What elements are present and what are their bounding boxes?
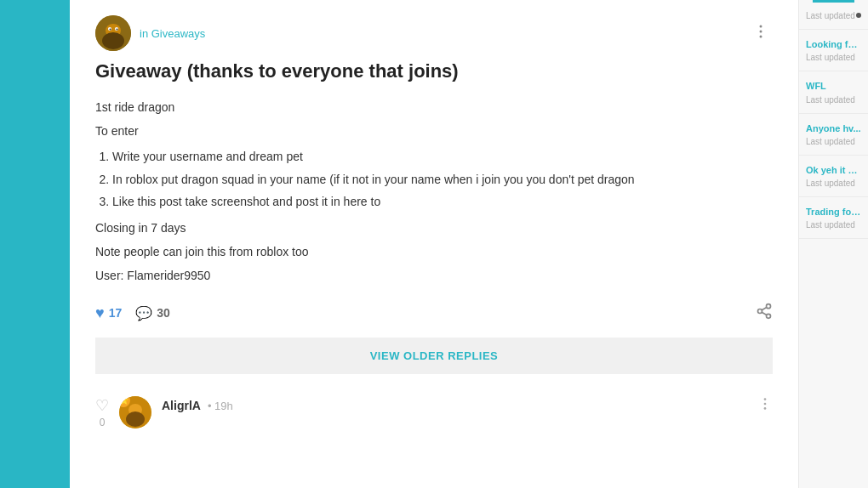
sidebar-thread-sub-0: Last updated: [806, 11, 856, 20]
sidebar-thread-0[interactable]: Last updated: [799, 3, 868, 30]
svg-point-17: [126, 411, 145, 427]
comment-count: 30: [157, 306, 170, 320]
reply-vote: ♡ 0: [95, 396, 109, 428]
sidebar-thread-1[interactable]: Looking fo... Last updated: [799, 30, 868, 71]
post-category[interactable]: in Giveaways: [140, 27, 205, 40]
sidebar-thread-title-4: Ok yeh it w...: [806, 164, 861, 176]
reply-info: AligrlA • 19h: [162, 396, 773, 416]
post-step-2: In roblox put dragon squad in your name …: [112, 170, 773, 189]
post-step-3: Like this post take screenshot and post …: [112, 192, 773, 211]
sidebar-thread-2[interactable]: WFL Last updated: [799, 71, 868, 113]
reply-row: ♡ 0 ⭐ AligrlA • 19h: [95, 388, 773, 428]
svg-point-10: [767, 304, 771, 308]
svg-line-14: [762, 307, 767, 309]
reply-heart-icon[interactable]: ♡: [95, 396, 109, 415]
post-avatar: [95, 15, 131, 51]
reply-time: • 19h: [208, 400, 233, 412]
svg-line-13: [762, 312, 767, 315]
svg-point-20: [764, 407, 767, 410]
reply-vote-count: 0: [100, 417, 106, 428]
post-more-button[interactable]: [749, 20, 773, 48]
svg-point-18: [764, 398, 767, 400]
post-body-intro2: To enter: [95, 122, 773, 140]
sidebar-thread-sub-5: Last updated: [806, 220, 861, 230]
view-older-replies-button[interactable]: VIEW OLDER REPLIES: [95, 338, 773, 374]
svg-point-9: [760, 35, 762, 37]
svg-point-2: [102, 32, 124, 49]
sidebar-thread-5[interactable]: Trading for... Last updated: [799, 197, 868, 239]
reply-avatar: ⭐: [119, 396, 151, 428]
svg-point-11: [758, 309, 762, 313]
svg-point-5: [110, 29, 111, 31]
post-footer: ♥ 17 💬 30: [95, 303, 773, 324]
post-title: Giveaway (thanks to everyone that joins): [95, 60, 773, 84]
dot-indicator: [856, 13, 861, 18]
sidebar-thread-sub-3: Last updated: [806, 137, 861, 146]
svg-point-12: [767, 314, 771, 318]
post-user: User: Flamerider9950: [95, 266, 773, 285]
heart-icon: ♥: [95, 304, 105, 322]
post-header: in Giveaways: [95, 9, 773, 60]
like-count: 17: [109, 306, 123, 320]
svg-point-19: [764, 402, 767, 405]
sidebar-thread-title-5: Trading for...: [806, 206, 861, 218]
comments-button[interactable]: 💬 30: [135, 305, 170, 321]
main-content: in Giveaways Giveaway (thanks to everyon…: [70, 0, 798, 488]
sidebar-thread-title-1: Looking fo...: [806, 38, 861, 50]
post-body: 1st ride dragon To enter Write your user…: [95, 98, 773, 286]
reply-username[interactable]: AligrlA: [162, 399, 201, 412]
svg-point-8: [760, 30, 762, 32]
post-note: Note people can join this from roblox to…: [95, 242, 773, 261]
sidebar-thread-title-3: Anyone hv...: [806, 122, 861, 134]
sidebar-thread-sub-4: Last updated: [806, 179, 861, 188]
share-button[interactable]: [756, 303, 773, 324]
svg-point-6: [117, 29, 118, 31]
reply-more-button[interactable]: [757, 396, 773, 416]
sidebar-thread-sub-2: Last updated: [806, 95, 861, 105]
post-closing: Closing in 7 days: [95, 218, 773, 237]
like-button[interactable]: ♥ 17: [95, 304, 122, 322]
sidebar-thread-4[interactable]: Ok yeh it w... Last updated: [799, 156, 868, 197]
comment-icon: 💬: [135, 305, 152, 321]
post-body-intro1: 1st ride dragon: [95, 98, 773, 116]
right-sidebar: Last updated Looking fo... Last updated …: [798, 0, 868, 488]
svg-point-7: [760, 25, 762, 27]
left-sidebar: [0, 0, 70, 488]
sidebar-thread-3[interactable]: Anyone hv... Last updated: [799, 114, 868, 156]
post-steps-list: Write your username and dream pet In rob…: [112, 147, 773, 211]
sidebar-thread-title-2: WFL: [806, 80, 861, 92]
post-step-1: Write your username and dream pet: [112, 147, 773, 166]
sidebar-thread-sub-1: Last updated: [806, 53, 861, 62]
post-meta: in Giveaways: [140, 27, 740, 40]
